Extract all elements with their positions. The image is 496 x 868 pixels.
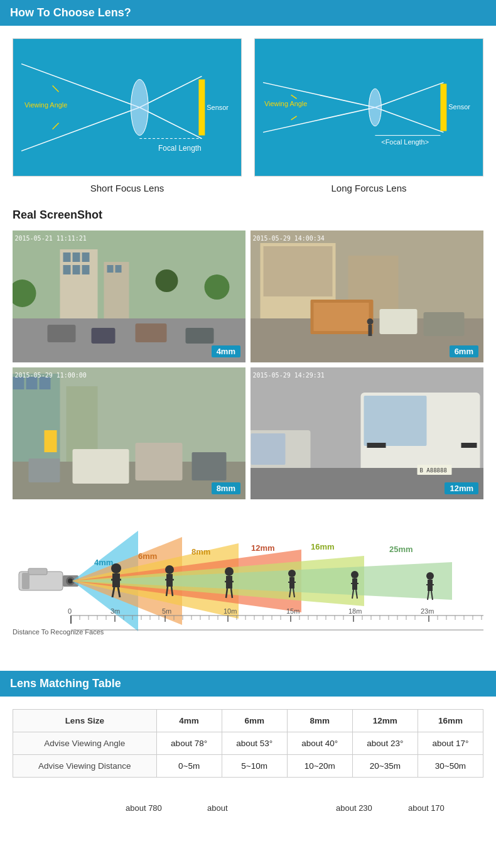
distance-16mm: 30~50m (418, 755, 483, 778)
svg-rect-31 (63, 265, 71, 274)
measurement-230: about 230 (336, 803, 372, 813)
row-label-angle: Advise Viewing Angle (13, 732, 157, 755)
col-header-8mm: 8mm (287, 710, 352, 732)
svg-text:2015-05-29  14:29:31: 2015-05-29 14:29:31 (253, 372, 325, 379)
svg-rect-75 (461, 443, 477, 448)
svg-text:<Focal Length>: <Focal Length> (381, 138, 429, 146)
svg-rect-62 (40, 377, 51, 389)
svg-rect-60 (13, 377, 24, 389)
screenshot-12mm: B A88888 2015-05-29 14:29:31 12mm (251, 367, 483, 499)
badge-8mm: 8mm (212, 482, 240, 494)
svg-rect-56 (369, 325, 372, 336)
svg-point-87 (68, 578, 73, 583)
svg-rect-48 (264, 246, 333, 296)
col-header-16mm: 16mm (418, 710, 483, 732)
svg-rect-6 (198, 79, 205, 135)
svg-text:4mm: 4mm (94, 558, 113, 567)
distance-4mm: 0~5m (156, 755, 222, 778)
angle-4mm: about 78° (156, 732, 222, 755)
svg-rect-54 (424, 312, 465, 336)
svg-text:23m: 23m (421, 607, 434, 615)
real-screenshot-title: Real ScreenShot (13, 209, 483, 222)
svg-text:Focal Length: Focal Length (158, 144, 202, 153)
screenshot-4mm: 2015-05-21 11:11:21 4mm (13, 231, 245, 362)
svg-rect-77 (251, 433, 286, 465)
col-header-lens-size: Lens Size (13, 710, 157, 732)
badge-12mm: 12mm (445, 482, 478, 494)
angle-16mm: about 17° (418, 732, 483, 755)
svg-text:5m: 5m (162, 607, 171, 615)
svg-text:25mm: 25mm (389, 545, 413, 554)
svg-rect-61 (26, 377, 38, 389)
section-header-table: Lens Matching Table (0, 671, 496, 697)
svg-rect-84 (22, 573, 30, 589)
table-row-angle: Advise Viewing Angle about 78° about 53°… (13, 732, 483, 755)
badge-6mm: 6mm (450, 345, 478, 357)
svg-rect-28 (63, 252, 71, 262)
svg-rect-53 (380, 309, 418, 334)
svg-rect-36 (116, 265, 122, 273)
svg-rect-52 (314, 303, 369, 331)
svg-rect-67 (192, 452, 227, 480)
svg-text:6mm: 6mm (138, 551, 157, 561)
svg-text:16mm: 16mm (311, 542, 335, 551)
real-screenshot-section: Real ScreenShot (0, 209, 496, 512)
table-section: Lens Matching Table Lens Size 4mm 6mm 8m… (0, 671, 496, 778)
svg-text:2015-05-29  14:00:34: 2015-05-29 14:00:34 (253, 235, 325, 242)
table-header-row: Lens Size 4mm 6mm 8mm 12mm 16mm (13, 710, 483, 732)
svg-text:Viewing Angle: Viewing Angle (24, 101, 67, 109)
svg-text:0: 0 (68, 607, 72, 615)
svg-text:Distance To Recognize Faces: Distance To Recognize Faces (13, 628, 104, 636)
svg-rect-83 (28, 568, 47, 575)
angle-6mm: about 53° (222, 732, 287, 755)
long-focus-lens-item: <Focal Length> Viewing Angle Sensor Long… (254, 38, 483, 196)
distance-6mm: 5~10m (222, 755, 287, 778)
col-header-12mm: 12mm (352, 710, 418, 732)
row-label-distance: Advise Viewing Distance (13, 755, 157, 778)
long-focus-diagram: <Focal Length> Viewing Angle Sensor (254, 38, 483, 176)
svg-rect-35 (107, 265, 114, 273)
svg-rect-19 (440, 84, 446, 131)
svg-text:3m: 3m (111, 607, 120, 615)
svg-text:15m: 15m (286, 607, 299, 615)
badge-4mm: 4mm (212, 345, 240, 357)
svg-rect-66 (136, 443, 183, 480)
angle-12mm: about 23° (352, 732, 418, 755)
svg-rect-74 (367, 443, 386, 448)
lens-diagrams-container: Focal Length Viewing Angle Sensor Short … (0, 38, 496, 209)
svg-text:12mm: 12mm (251, 543, 275, 553)
col-header-6mm: 6mm (222, 710, 287, 732)
svg-point-44 (205, 274, 230, 300)
col-header-4mm: 4mm (156, 710, 222, 732)
svg-rect-41 (186, 328, 214, 344)
svg-point-105 (165, 565, 174, 574)
camera-icon (19, 568, 78, 590)
measurement-annotations: about 780 about about 230 about 170 (13, 788, 483, 825)
svg-text:B A88888: B A88888 (420, 467, 447, 474)
svg-rect-32 (73, 265, 80, 274)
table-row-distance: Advise Viewing Distance 0~5m 5~10m 10~20… (13, 755, 483, 778)
svg-text:8mm: 8mm (191, 547, 210, 556)
short-focus-diagram: Focal Length Viewing Angle Sensor (13, 38, 242, 176)
svg-point-55 (367, 318, 374, 325)
svg-rect-73 (364, 396, 427, 446)
measurement-about: about (207, 803, 228, 813)
svg-rect-68 (29, 458, 60, 482)
distance-8mm: 10~20m (287, 755, 352, 778)
svg-point-5 (131, 79, 148, 135)
measurement-170: about 170 (408, 803, 445, 813)
distance-12mm: 20~35m (352, 755, 418, 778)
svg-rect-29 (73, 252, 80, 262)
svg-text:18m: 18m (348, 607, 362, 615)
measurement-780: about 780 (126, 803, 162, 813)
svg-text:Sensor: Sensor (207, 104, 229, 111)
svg-point-18 (369, 89, 382, 126)
svg-point-115 (288, 570, 296, 577)
svg-point-100 (111, 563, 121, 573)
svg-point-120 (351, 571, 359, 578)
short-focus-lens-item: Focal Length Viewing Angle Sensor Short … (13, 38, 242, 196)
svg-text:Sensor: Sensor (448, 103, 470, 111)
long-focus-label: Long Forcus Lens (254, 176, 483, 196)
svg-text:10m: 10m (224, 607, 237, 615)
svg-rect-33 (82, 265, 90, 274)
